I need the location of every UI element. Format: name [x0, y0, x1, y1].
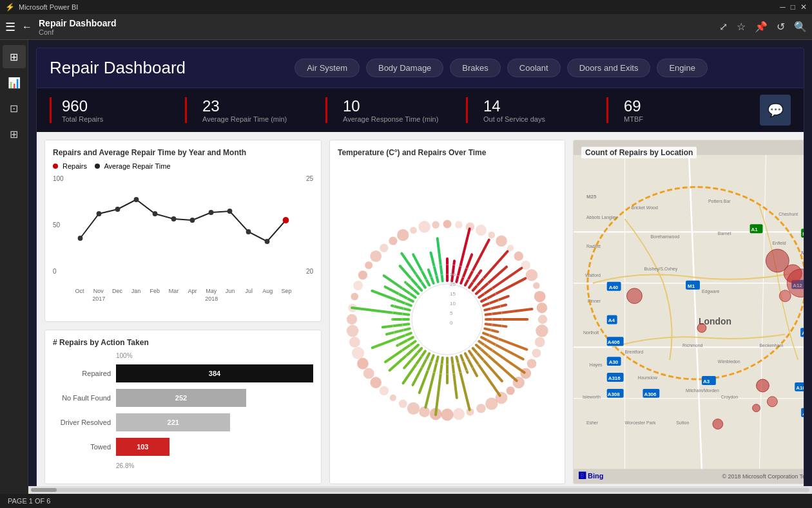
- svg-text:M11: M11: [802, 231, 804, 237]
- svg-point-117: [402, 274, 492, 364]
- svg-text:Esher: Esher: [586, 420, 599, 425]
- kpi-label-oos: Out of Service days: [483, 115, 591, 123]
- star-icon[interactable]: ☆: [737, 21, 746, 33]
- tab-body-damage[interactable]: Body Damage: [366, 59, 443, 77]
- svg-point-46: [363, 368, 374, 379]
- action-row-nofault: No Fault Found 252: [53, 389, 313, 407]
- svg-point-28: [532, 348, 541, 357]
- window-controls[interactable]: ─ □ ✕: [780, 3, 807, 12]
- radial-chart-panel: Temperature (C°) and Repairs Over Time: [329, 140, 565, 484]
- tab-air-system[interactable]: Air System: [295, 59, 360, 77]
- svg-point-196: [627, 288, 643, 304]
- svg-text:Bushey/S.Oxhey: Bushey/S.Oxhey: [644, 267, 677, 272]
- action-label-nofault: No Fault Found: [53, 394, 111, 402]
- dashboard-title: Repair Dashboard: [50, 58, 186, 78]
- sidebar-component-icon[interactable]: ⊞: [3, 122, 26, 146]
- action-pct-268: 26.8%: [116, 462, 313, 469]
- svg-text:Sutton: Sutton: [676, 420, 689, 425]
- svg-point-23: [534, 290, 546, 302]
- svg-point-35: [476, 404, 485, 413]
- dashboard-panel: Repair Dashboard Air System Body Damage …: [36, 48, 804, 493]
- tab-coolant[interactable]: Coolant: [507, 59, 561, 77]
- status-bar: PAGE 1 OF 6: [0, 494, 812, 508]
- svg-point-55: [358, 270, 367, 279]
- svg-text:M1: M1: [688, 283, 695, 289]
- page-indicator: PAGE 1 OF 6: [8, 497, 50, 505]
- svg-point-62: [418, 221, 430, 232]
- svg-line-88: [456, 357, 469, 409]
- search-icon[interactable]: 🔍: [794, 21, 807, 33]
- svg-point-60: [397, 229, 409, 240]
- kpi-out-of-service: 14 Out of Service days: [466, 97, 606, 124]
- expand-icon[interactable]: ⤢: [719, 21, 728, 33]
- action-bars: Repaired 384 No Fault Found: [53, 364, 313, 456]
- refresh-icon[interactable]: ↺: [777, 21, 785, 33]
- action-fill-nofault: 252: [116, 389, 246, 407]
- svg-text:Northolt: Northolt: [583, 330, 599, 335]
- action-row-towed: Towed 103: [53, 438, 313, 456]
- nav-subtitle: Conf: [39, 28, 117, 36]
- close-button[interactable]: ✕: [800, 3, 807, 12]
- svg-line-105: [392, 305, 410, 310]
- svg-point-22: [533, 282, 540, 289]
- action-bar-driver: 221: [116, 413, 313, 431]
- tab-brakes[interactable]: Brakes: [450, 59, 500, 77]
- tab-engine[interactable]: Engine: [657, 59, 707, 77]
- svg-text:Barnet: Barnet: [718, 231, 731, 236]
- svg-point-45: [370, 377, 382, 388]
- kpi-value-mtbf: 69: [624, 97, 731, 116]
- svg-point-25: [538, 314, 547, 323]
- scrollbar-track: [31, 488, 809, 492]
- svg-text:Beckenham: Beckenham: [759, 343, 783, 348]
- sidebar-home-icon[interactable]: ⊞: [3, 45, 26, 68]
- tab-doors[interactable]: Doors and Exits: [567, 59, 651, 77]
- minimize-button[interactable]: ─: [780, 3, 786, 12]
- svg-point-13: [455, 221, 463, 229]
- hamburger-icon[interactable]: ☰: [5, 20, 15, 34]
- svg-point-63: [432, 221, 440, 229]
- kpi-total-repairs: 960 Total Repairs: [50, 97, 185, 124]
- scrollbar-thumb[interactable]: [31, 488, 57, 492]
- svg-point-16: [488, 231, 495, 238]
- action-bar-repaired: 384: [116, 364, 313, 382]
- svg-point-56: [365, 261, 372, 268]
- bing-logo: 🅱 Bing: [579, 472, 604, 480]
- sidebar-report-icon[interactable]: 📊: [3, 71, 26, 94]
- svg-text:Radlett: Radlett: [586, 244, 601, 249]
- svg-point-29: [527, 359, 537, 368]
- dashboard-header: Repair Dashboard Air System Body Damage …: [37, 48, 804, 88]
- legend-repairs: Repairs: [53, 162, 87, 170]
- svg-text:Borehamwood: Borehamwood: [650, 234, 679, 239]
- kpi-avg-repair: 23 Average Repair Time (min): [185, 97, 325, 124]
- svg-point-54: [353, 281, 363, 290]
- svg-text:25: 25: [450, 281, 456, 287]
- back-arrow-icon[interactable]: ←: [22, 21, 32, 33]
- action-bar-towed: 103: [116, 438, 313, 456]
- kpi-value-repairs: 960: [62, 97, 169, 116]
- chat-button[interactable]: 💬: [760, 95, 791, 126]
- chart-legend: Repairs Average Repair Time: [53, 162, 313, 170]
- sidebar-table-icon[interactable]: ⊡: [3, 97, 26, 120]
- svg-line-75: [485, 305, 506, 310]
- svg-point-15: [476, 225, 487, 236]
- radial-svg: 25 20 15 10 5 0: [338, 210, 557, 429]
- kpi-section: 960 Total Repairs 23 Average Repair Time…: [37, 88, 804, 132]
- svg-text:0: 0: [450, 320, 453, 326]
- svg-text:Wimbledon: Wimbledon: [718, 359, 740, 364]
- svg-text:A30: A30: [609, 359, 619, 365]
- svg-text:Pinner: Pinner: [588, 299, 601, 303]
- svg-text:Mitcham/Morden: Mitcham/Morden: [686, 388, 719, 393]
- action-row-repaired: Repaired 384: [53, 364, 313, 382]
- top-navbar: ☰ ← Repair Dashboard Conf ⤢ ☆ 📌 ↺ 🔍: [0, 14, 812, 40]
- svg-point-17: [496, 235, 507, 247]
- svg-text:A3: A3: [703, 379, 710, 384]
- action-fill-driver: 221: [116, 413, 230, 431]
- svg-point-58: [380, 243, 388, 252]
- svg-point-50: [347, 325, 359, 337]
- horizontal-scrollbar[interactable]: [28, 486, 812, 494]
- pin-icon[interactable]: 📌: [755, 21, 768, 33]
- svg-point-19: [514, 251, 524, 261]
- maximize-button[interactable]: □: [791, 3, 795, 12]
- map-background: Abbots Langley Bricket Wood Potters Bar …: [574, 140, 804, 484]
- app-icon: ⚡: [5, 3, 15, 12]
